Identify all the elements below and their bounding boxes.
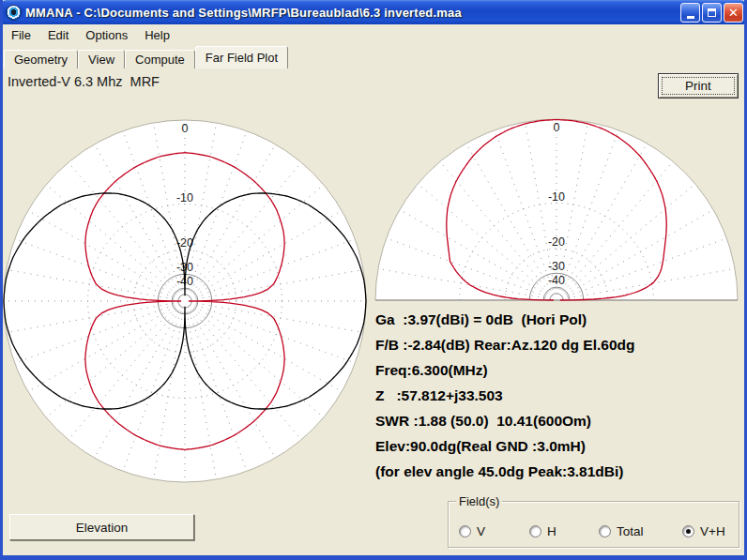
tab-bar: GeometryViewComputeFar Field Plot <box>4 47 290 68</box>
maximize-button[interactable] <box>702 3 722 23</box>
db-ring-label: -30 <box>176 261 193 274</box>
radio-circle-icon[interactable] <box>682 525 694 537</box>
tab-compute[interactable]: Compute <box>125 50 195 68</box>
stats-line: Z :57.812+j33.503 <box>375 383 743 408</box>
db-ring-label: -10 <box>548 190 565 204</box>
print-button-label: Print <box>685 79 711 93</box>
db-ring-label: -20 <box>548 235 565 249</box>
db-ring-label: -30 <box>548 260 565 273</box>
minimize-button[interactable] <box>680 3 700 23</box>
menu-item-help[interactable]: Help <box>136 26 178 44</box>
db-ring-label: 0 <box>182 122 189 135</box>
radio-circle-icon[interactable] <box>599 525 611 537</box>
radio-label: H <box>547 524 556 538</box>
radio-option-vplush[interactable]: V+H <box>682 524 725 538</box>
fields-groupbox: Field(s) VHTotalV+H <box>448 501 739 548</box>
menu-item-options[interactable]: Options <box>77 26 136 44</box>
db-ring-label: -40 <box>548 274 565 287</box>
app-icon <box>6 5 22 21</box>
title-bar[interactable]: MMANA - C:\Documents and Settings\MRFP\B… <box>0 0 747 24</box>
elevation-plot: 0-10-20-30-40 <box>372 115 745 305</box>
mmana-window: MMANA - C:\Documents and Settings\MRFP\B… <box>0 0 747 560</box>
radio-option-total[interactable]: Total <box>599 524 644 538</box>
radio-circle-icon[interactable] <box>529 525 541 537</box>
radio-label: V+H <box>700 524 725 538</box>
close-button[interactable]: ✕ <box>724 3 743 23</box>
menu-bar: FileEditOptionsHelp <box>3 25 744 44</box>
model-title: Inverted-V 6.3 Mhz MRF <box>8 74 160 89</box>
close-icon: ✕ <box>728 7 739 19</box>
elevation-button-label: Elevation <box>76 521 129 535</box>
print-button[interactable]: Print <box>658 73 739 98</box>
stats-line: Ga :3.97(dBi) = 0dB (Hori Pol) <box>375 307 743 332</box>
menu-item-edit[interactable]: Edit <box>39 26 77 44</box>
stats-line: Elev:90.0dg(Real GND :3.0mH) <box>375 433 743 459</box>
radio-label: V <box>477 524 485 538</box>
tab-geometry[interactable]: Geometry <box>4 50 78 68</box>
menu-item-file[interactable]: File <box>3 26 39 44</box>
radio-label: Total <box>617 524 644 538</box>
window-title: MMANA - C:\Documents and Settings\MRFP\B… <box>25 6 678 20</box>
radio-option-h[interactable]: H <box>529 524 556 538</box>
db-ring-label: -10 <box>176 191 193 204</box>
fields-groupbox-label: Field(s) <box>456 494 502 508</box>
stats-line: (for elev angle 45.0dg Peak:3.81dBi) <box>375 459 743 484</box>
minimize-icon <box>687 16 694 19</box>
tab-far-field-plot[interactable]: Far Field Plot <box>195 46 288 68</box>
radio-circle-icon[interactable] <box>459 525 471 537</box>
result-text-block: Ga :3.97(dBi) = 0dB (Hori Pol)F/B :-2.84… <box>375 307 743 484</box>
plot-disc <box>4 120 366 482</box>
elevation-button[interactable]: Elevation <box>9 514 194 540</box>
azimuth-plot: 0-10-20-30-40 <box>0 116 372 488</box>
db-ring-label: 0 <box>554 121 560 134</box>
stats-line: F/B :-2.84(dB) Rear:Az.120 dg El.60dg <box>375 332 743 357</box>
maximize-icon <box>708 8 716 17</box>
tab-view[interactable]: View <box>78 50 125 68</box>
radio-option-v[interactable]: V <box>459 524 485 538</box>
stats-line: Freq:6.300(MHz) <box>375 357 743 383</box>
stats-line: SWR :1.88 (50.0) 10.41(600Om) <box>375 408 743 433</box>
